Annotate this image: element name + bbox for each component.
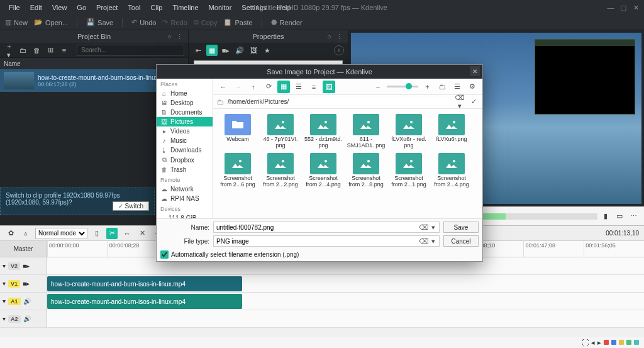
nav-up-icon[interactable]: ↑ — [247, 81, 260, 93]
mon-marker-icon[interactable]: ▮ — [600, 211, 611, 222]
new-button[interactable]: ▥New — [5, 18, 28, 26]
view-icons-icon[interactable]: ▦ — [277, 81, 290, 93]
menu-project[interactable]: Project — [91, 4, 123, 11]
mute-icon[interactable]: ■▸ — [23, 262, 30, 269]
file-item[interactable]: 611 - SMJ1AD1. png — [347, 114, 386, 149]
places-item[interactable]: 🖥Desktop — [157, 98, 213, 108]
menu-view[interactable]: View — [47, 4, 72, 11]
file-item[interactable]: Screenshot from 2...8.png — [347, 153, 386, 188]
view-compact-icon[interactable]: ☰ — [292, 81, 305, 93]
switch-profile-button[interactable]: Switch — [113, 201, 149, 211]
track-body-a2[interactable] — [47, 310, 644, 327]
prop-image-icon[interactable]: 🖼 — [248, 45, 259, 56]
file-item[interactable]: 552 - dz1m9td. png — [304, 114, 343, 149]
bin-search-input[interactable] — [77, 45, 184, 56]
monitor-progress[interactable] — [466, 213, 597, 220]
view-preview-icon[interactable]: 🖼 — [323, 81, 335, 93]
prop-effects-icon[interactable]: ▦ — [206, 45, 218, 56]
prop-video-icon[interactable]: ■▸ — [220, 45, 231, 56]
menu-tool[interactable]: Tool — [123, 4, 145, 11]
mon-more-icon[interactable]: ⋯ — [628, 211, 639, 222]
file-item[interactable]: 46 - 7pY01VI. png — [261, 114, 300, 149]
master-track-button[interactable]: Master — [0, 241, 47, 257]
file-grid[interactable]: Webcam46 - 7pY01VI. png552 - dz1m9td. pn… — [213, 109, 482, 218]
zoom-out-icon[interactable]: − — [372, 81, 384, 93]
tl-zoom-fit-icon[interactable]: ⛶ — [582, 339, 589, 346]
zoom-in-icon[interactable]: ＋ — [421, 81, 433, 93]
path-accept-icon[interactable]: ✓ — [469, 98, 479, 106]
places-item[interactable]: ⌂Home — [157, 89, 213, 98]
add-clip-icon[interactable]: ＋▾ — [4, 42, 14, 59]
copy-button[interactable]: ⧉Copy — [194, 18, 218, 26]
file-item[interactable]: Screenshot from 2...1.png — [389, 153, 428, 188]
tool-select-icon[interactable]: ▯ — [91, 228, 103, 239]
file-item[interactable]: Screenshot from 2...2.png — [261, 153, 300, 188]
tag-red-icon[interactable] — [604, 340, 609, 345]
nav-back-icon[interactable]: ← — [217, 81, 230, 93]
panel-menu-icon[interactable]: ○ ⋮ — [327, 33, 344, 41]
nav-reload-icon[interactable]: ⟳ — [262, 81, 275, 93]
path-clear-icon[interactable]: ⌫ ▾ — [455, 94, 465, 110]
name-dropdown-icon[interactable]: ▾ — [430, 223, 436, 232]
dialog-close-icon[interactable]: ✕ — [470, 66, 480, 76]
tl-settings-icon[interactable]: ✿ — [5, 228, 16, 239]
path-input[interactable] — [228, 98, 451, 105]
menu-clip[interactable]: Clip — [145, 4, 167, 11]
tl-prev-icon[interactable]: ◂ — [591, 339, 595, 347]
delete-clip-icon[interactable]: 🗑 — [31, 47, 42, 54]
track-head-v2[interactable]: ▾V2■▸ — [0, 257, 47, 274]
paste-button[interactable]: 📋Paste — [223, 18, 252, 26]
icon-size-slider[interactable] — [387, 86, 418, 87]
file-item[interactable]: Screenshot from 2...6.png — [218, 153, 257, 188]
prop-exit-icon[interactable]: ⇤ — [192, 45, 204, 56]
render-button[interactable]: ⬣Render — [271, 18, 303, 26]
tag-blue-icon[interactable] — [611, 340, 616, 345]
save-file-button[interactable]: Save — [443, 222, 479, 233]
menu-go[interactable]: Go — [72, 4, 91, 11]
window-minimize-icon[interactable]: — — [606, 4, 615, 12]
track-head-a1[interactable]: ▾A1🔊 — [0, 293, 47, 310]
window-close-icon[interactable]: ✕ — [631, 4, 640, 12]
clear-type-icon[interactable]: ⌫ — [418, 237, 430, 245]
undo-button[interactable]: ↶Undo — [131, 18, 156, 26]
bookmark-icon[interactable]: ☰ — [451, 81, 464, 93]
type-dropdown-icon[interactable]: ▾ — [430, 237, 436, 245]
file-item[interactable]: fLVXu6r - red. png — [389, 114, 428, 149]
nav-forward-icon[interactable]: → — [232, 81, 245, 93]
places-item[interactable]: 🗑Trash — [157, 165, 213, 174]
tag-cyan-icon[interactable] — [634, 340, 639, 345]
tl-zone-icon[interactable]: ▵ — [20, 228, 31, 239]
mon-loop-icon[interactable]: ▭ — [614, 211, 625, 222]
tag-green-icon[interactable] — [626, 340, 631, 345]
places-item[interactable]: 🗎Documents — [157, 108, 213, 117]
tool-spacer-icon[interactable]: ↔ — [121, 228, 133, 239]
timeline-clip-audio[interactable]: how-to-create-mount-and-burn-isos-in-lin… — [47, 294, 242, 309]
track-head-v1[interactable]: ▾V1■▸ — [0, 275, 47, 292]
timeline-clip-video[interactable]: how-to-create-mount-and-burn-isos-in-lin… — [47, 276, 242, 291]
file-item[interactable]: Screenshot from 2...4.png — [432, 153, 471, 188]
auto-extension-input[interactable] — [160, 250, 169, 259]
settings-icon[interactable]: ⚙ — [466, 81, 479, 93]
save-button[interactable]: 💾Save — [86, 18, 113, 26]
tl-next-icon[interactable]: ▸ — [597, 339, 601, 347]
track-body-v1[interactable]: how-to-create-mount-and-burn-isos-in-lin… — [47, 275, 644, 292]
places-item[interactable]: ☁Network — [157, 184, 213, 194]
project-bin-tab[interactable]: Project Bin ○ ⋮ — [0, 30, 188, 43]
places-item[interactable]: 🖼Pictures — [157, 117, 213, 126]
auto-extension-checkbox[interactable]: Automatically select filename extension … — [160, 249, 479, 259]
track-body-a1[interactable]: how-to-create-mount-and-burn-isos-in-lin… — [47, 293, 644, 310]
prop-favorite-icon[interactable]: ★ — [262, 45, 273, 56]
file-item[interactable]: Webcam — [218, 114, 257, 149]
window-maximize-icon[interactable]: ▢ — [619, 4, 628, 12]
mute-icon[interactable]: 🔊 — [23, 315, 31, 322]
menu-edit[interactable]: Edit — [25, 4, 47, 11]
places-item[interactable]: ☁RPI4 NAS — [157, 194, 213, 203]
places-item[interactable]: ♪Music — [157, 136, 213, 145]
places-item[interactable]: ⭳Downloads — [157, 145, 213, 155]
menu-timeline[interactable]: Timeline — [167, 4, 203, 11]
tool-razor-icon[interactable]: ✂ — [106, 228, 118, 239]
new-folder-icon[interactable]: 🗀 — [436, 81, 448, 93]
options-icon[interactable]: ≡ — [59, 47, 69, 54]
menu-file[interactable]: File — [4, 4, 25, 11]
edit-mode-select[interactable]: Normal mode — [35, 228, 87, 239]
